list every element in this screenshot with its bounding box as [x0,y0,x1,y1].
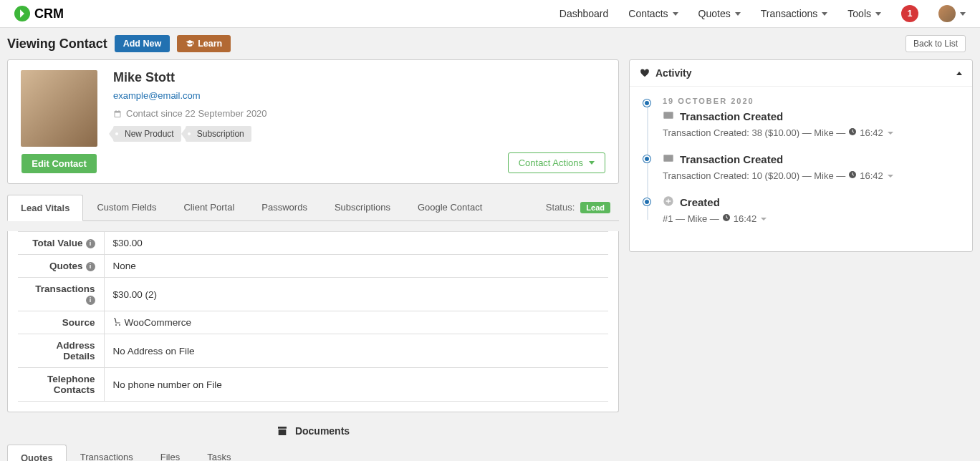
contact-since: Contact since 22 September 2020 [113,108,267,119]
tab-subscriptions[interactable]: Subscriptions [321,194,404,220]
tab-transactions[interactable]: Transactions [67,444,147,461]
chevron-down-icon [589,161,595,165]
nav-tools[interactable]: Tools [847,8,881,19]
card-icon [663,110,674,123]
avatar-icon [938,5,956,22]
tag[interactable]: New Product [113,126,181,142]
main-column: Edit Contact Mike Stott example@email.co… [7,59,619,461]
status: Status: Lead [546,202,619,213]
timeline-title: Transaction Created [663,152,959,166]
add-new-button[interactable]: Add New [115,35,170,52]
chevron-down-icon[interactable] [888,132,893,135]
subheader: Viewing Contact Add New Learn Back to Li… [0,28,980,59]
contact-name: Mike Stott [113,70,267,85]
timeline: 19 OCTOBER 2020Transaction CreatedTransa… [643,97,959,224]
chevron-down-icon [735,12,741,16]
timeline-item: Transaction CreatedTransaction Created: … [663,152,959,181]
activity-body: 19 OCTOBER 2020Transaction CreatedTransa… [630,87,972,251]
topnav: Dashboard Contacts Quotes Transactions T… [559,5,966,22]
timeline-title: Created [663,195,959,209]
vitals-table: Total Valuei$30.00QuotesiNoneTransaction… [18,231,608,402]
vitals-card: Total Valuei$30.00QuotesiNoneTransaction… [7,231,619,412]
nav-dashboard[interactable]: Dashboard [559,8,609,19]
timeline-item: Created#1 — Mike — 16:42 [663,195,959,224]
user-menu[interactable] [938,5,966,22]
brand-text: CRM [34,6,64,21]
chevron-down-icon [822,12,827,16]
activity-header[interactable]: Activity [630,60,972,87]
nav-transactions[interactable]: Transactions [761,8,828,19]
vitals-tabs: Lead Vitals Custom Fields Client Portal … [7,194,619,221]
nav-quotes[interactable]: Quotes [698,8,741,19]
plus-icon [663,195,674,209]
tab-lead-vitals[interactable]: Lead Vitals [7,195,83,221]
clock-icon [848,170,857,181]
vitals-row: SourceWooCommerce [18,311,608,334]
vitals-row: Telephone ContactsNo phone number on Fil… [18,368,608,402]
vitals-row: Address DetailsNo Address on File [18,334,608,368]
side-column: Activity 19 OCTOBER 2020Transaction Crea… [629,59,973,461]
card-icon [663,152,674,166]
topbar: CRM Dashboard Contacts Quotes Transactio… [0,0,980,28]
tab-custom-fields[interactable]: Custom Fields [83,194,170,220]
documents-heading: Documents [7,425,619,437]
clock-icon [848,127,857,138]
notification-badge[interactable]: 1 [901,5,918,22]
timeline-meta: Transaction Created: 10 ($20.00) — Mike … [663,170,959,181]
heartbeat-icon [640,68,650,78]
learn-button[interactable]: Learn [177,35,231,52]
status-badge: Lead [580,202,610,213]
tag[interactable]: Subscription [186,126,251,142]
tab-tasks[interactable]: Tasks [193,444,244,461]
vitals-row: Total Valuei$30.00 [18,232,608,255]
tab-google-contact[interactable]: Google Contact [404,194,496,220]
chevron-down-icon[interactable] [761,218,767,220]
chevron-down-icon [673,12,678,16]
chevron-down-icon[interactable] [888,175,893,178]
layout: Edit Contact Mike Stott example@email.co… [0,59,980,461]
info-icon[interactable]: i [86,239,95,248]
timeline-dot [643,198,650,205]
timeline-dot [643,100,650,107]
tab-passwords[interactable]: Passwords [248,194,321,220]
archive-icon [277,425,288,437]
chevron-up-icon [956,72,962,75]
timeline-title: Transaction Created [663,110,959,123]
timeline-date: 19 OCTOBER 2020 [663,97,959,105]
graduation-icon [186,39,194,48]
chevron-down-icon [875,12,881,16]
tab-files[interactable]: Files [147,444,193,461]
chevron-down-icon [960,12,966,16]
clock-icon [722,213,731,224]
calendar-icon [113,110,122,118]
contact-email-link[interactable]: example@email.com [113,90,201,101]
vitals-row: Transactionsi$30.00 (2) [18,278,608,311]
page-title: Viewing Contact [7,37,107,52]
documents-tabs: Quotes Transactions Files Tasks [7,444,619,461]
vitals-row: QuotesiNone [18,255,608,278]
timeline-meta: #1 — Mike — 16:42 [663,213,959,224]
back-to-list-button[interactable]: Back to List [905,35,966,52]
info-icon[interactable]: i [86,296,95,305]
timeline-dot [643,155,650,162]
tab-quotes[interactable]: Quotes [7,445,67,462]
info-icon[interactable]: i [86,262,95,271]
timeline-item: 19 OCTOBER 2020Transaction CreatedTransa… [663,97,959,138]
nav-contacts[interactable]: Contacts [628,8,678,19]
contact-actions-button[interactable]: Contact Actions [508,152,605,173]
logo[interactable]: CRM [14,6,64,21]
activity-card: Activity 19 OCTOBER 2020Transaction Crea… [629,59,973,252]
cart-icon [113,317,122,328]
contact-avatar [21,70,97,147]
contact-card: Edit Contact Mike Stott example@email.co… [7,59,619,184]
tab-client-portal[interactable]: Client Portal [170,194,248,220]
timeline-meta: Transaction Created: 38 ($10.00) — Mike … [663,127,959,138]
edit-contact-button[interactable]: Edit Contact [21,154,97,173]
logo-icon [14,6,30,21]
tags: New Product Subscription [113,126,267,142]
contact-info: Mike Stott example@email.com Contact sin… [113,70,267,173]
